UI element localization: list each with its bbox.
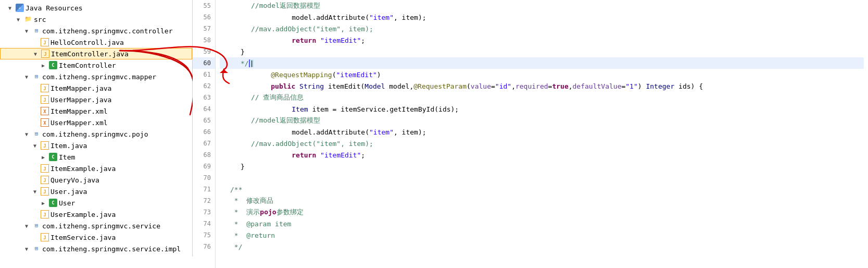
java-file-icon: J: [41, 187, 49, 196]
code-line-62: public String itemEdit(Model model,@Requ…: [220, 80, 864, 92]
line-num-66: 66: [193, 126, 215, 138]
code-line-73: * 演示pojo参数绑定: [220, 206, 864, 218]
java-file-icon: J: [41, 84, 49, 92]
file-tree[interactable]: ▼ ☕ Java Resources ▼ 📁 src ▼ ⊞ com.itzhe…: [0, 0, 193, 257]
tree-label: com.itzheng.springmvc.service: [42, 222, 190, 230]
line-num-68: 68: [193, 149, 215, 161]
tree-label: ItemService.java: [51, 234, 190, 241]
code-line-76: */: [220, 241, 864, 252]
tree-item-pojo-pkg[interactable]: ▼ ⊞ com.itzheng.springmvc.pojo: [0, 128, 192, 140]
expand-arrow: ▶: [42, 154, 48, 160]
tree-item-queryvo-java[interactable]: ▶ J QueryVo.java: [0, 174, 192, 186]
expand-arrow: ▼: [25, 28, 31, 34]
code-text: * @param item: [220, 220, 291, 228]
tree-item-user-class[interactable]: ▶ C User: [0, 197, 192, 209]
tree-label: ItemController: [59, 62, 190, 69]
package-icon: ⊞: [32, 222, 41, 230]
expand-arrow: ▼: [34, 51, 40, 57]
code-line-74: * @param item: [220, 218, 864, 229]
line-num-62: 62: [193, 80, 215, 92]
tree-label: ItemMapper.java: [51, 84, 190, 92]
tree-item-userexample-java[interactable]: ▶ J UserExample.java: [0, 209, 192, 220]
src-folder-icon: 📁: [24, 15, 32, 23]
tree-item-hellocontroll[interactable]: ▶ J HelloControll.java: [0, 36, 192, 48]
code-line-66: model.addAttribute("item", item);: [220, 126, 864, 138]
tree-label: Item.java: [51, 142, 190, 150]
tree-item-item-java[interactable]: ▼ J Item.java: [0, 140, 192, 151]
code-text: * @return: [220, 232, 275, 239]
code-text: * 演示pojo参数绑定: [220, 208, 304, 217]
tree-label: UserExample.java: [51, 211, 190, 218]
line-num-74: 74: [193, 218, 215, 229]
tree-item-itemcontroller-file[interactable]: ▼ J ItemController.java: [0, 48, 192, 59]
tree-item-usermapper-java[interactable]: ▶ J UserMapper.java: [0, 94, 192, 105]
java-resources-icon: ☕: [16, 4, 24, 12]
line-num-69: 69: [193, 161, 215, 172]
line-num-75: 75: [193, 229, 215, 241]
code-text: * 修改商品: [220, 196, 273, 205]
expand-arrow: ▼: [33, 143, 40, 149]
java-file-icon: J: [41, 95, 49, 104]
line-num-63: 63: [193, 92, 215, 103]
tree-item-itemservice-java[interactable]: ▶ J ItemService.java: [0, 232, 192, 243]
tree-item-itemcontroller-class[interactable]: ▶ C ItemController: [0, 59, 192, 71]
tree-label: com.itzheng.springmvc.service.impl: [42, 245, 190, 253]
line-num-55: 55: [193, 0, 215, 11]
tree-label: Item: [59, 153, 190, 161]
line-number-gutter: 55 56 57 58 59 60 61 62 63 64 65 66 67 6…: [193, 0, 216, 268]
tree-item-src[interactable]: ▼ 📁 src: [0, 14, 192, 25]
code-line-64: Item item = itemService.getItemById(ids)…: [220, 103, 864, 115]
expand-arrow: ▼: [17, 17, 23, 22]
java-file-icon: J: [41, 38, 49, 46]
tree-label: com.itzheng.springmvc.pojo: [42, 130, 190, 138]
tree-label: ItemMapper.xml: [51, 107, 190, 115]
code-content[interactable]: //model返回数据模型 model.addAttribute("item",…: [216, 0, 868, 268]
expand-arrow: ▼: [25, 223, 31, 229]
package-icon: ⊞: [32, 130, 41, 138]
tree-label: UserMapper.java: [51, 96, 190, 104]
class-icon: C: [49, 199, 57, 207]
tree-item-usermapper-xml[interactable]: ▶ X UserMapper.xml: [0, 117, 192, 128]
expand-arrow: ▼: [25, 131, 31, 137]
tree-label: User.java: [51, 188, 190, 196]
line-num-58: 58: [193, 34, 215, 46]
code-line-72: * 修改商品: [220, 195, 864, 206]
line-num-57: 57: [193, 23, 215, 34]
java-file-icon: J: [41, 141, 49, 150]
tree-item-itemmapper-java[interactable]: ▶ J ItemMapper.java: [0, 82, 192, 94]
tree-item-itemexample-java[interactable]: ▶ J ItemExample.java: [0, 163, 192, 174]
file-tree-panel: ▼ ☕ Java Resources ▼ 📁 src ▼ ⊞ com.itzhe…: [0, 0, 193, 268]
tree-label: src: [34, 16, 190, 23]
tree-item-mapper-pkg[interactable]: ▼ ⊞ com.itzheng.springmvc.mapper: [0, 71, 192, 82]
tree-item-item-class[interactable]: ▶ C Item: [0, 151, 192, 163]
code-line-68: return "itemEdit";: [220, 149, 864, 161]
expand-arrow: ▼: [25, 246, 31, 252]
tree-label: ItemController.java: [51, 50, 190, 58]
line-num-71: 71: [193, 184, 215, 195]
java-file-icon: J: [41, 164, 49, 173]
tree-item-user-java[interactable]: ▼ J User.java: [0, 186, 192, 197]
java-file-icon: J: [41, 233, 49, 241]
class-icon: C: [49, 153, 57, 161]
package-icon: ⊞: [32, 245, 41, 253]
line-num-60: 60: [193, 57, 215, 69]
java-file-icon: J: [41, 210, 49, 218]
tree-item-java-resources[interactable]: ▼ ☕ Java Resources: [0, 2, 192, 14]
tree-label: com.itzheng.springmvc.controller: [42, 27, 190, 35]
tree-item-itemmapper-xml[interactable]: ▶ X ItemMapper.xml: [0, 105, 192, 117]
tree-item-service-impl-pkg[interactable]: ▼ ⊞ com.itzheng.springmvc.service.impl: [0, 243, 192, 254]
code-text: */: [220, 243, 242, 251]
package-icon: ⊞: [32, 27, 41, 35]
code-line-75: * @return: [220, 229, 864, 241]
line-num-67: 67: [193, 138, 215, 149]
line-num-65: 65: [193, 115, 215, 126]
expand-arrow: ▼: [25, 74, 31, 80]
xml-file-icon: X: [41, 118, 49, 127]
code-text: }: [220, 163, 245, 170]
tree-label: Java Resources: [26, 4, 190, 12]
tree-item-service-pkg[interactable]: ▼ ⊞ com.itzheng.springmvc.service: [0, 220, 192, 232]
java-file-icon: J: [41, 176, 49, 184]
code-editor[interactable]: 55 56 57 58 59 60 61 62 63 64 65 66 67 6…: [193, 0, 868, 268]
code-line-56: model.addAttribute("item", item);: [220, 11, 864, 23]
tree-item-controller-pkg[interactable]: ▼ ⊞ com.itzheng.springmvc.controller: [0, 25, 192, 36]
